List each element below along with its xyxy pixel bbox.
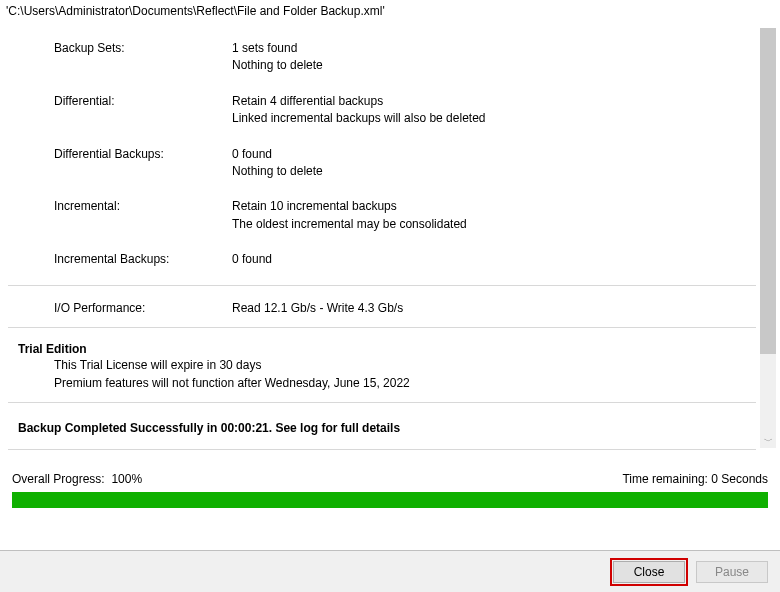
trial-edition-title: Trial Edition bbox=[8, 336, 756, 356]
close-button-highlight: Close bbox=[610, 558, 688, 586]
value-differential-backups-1: 0 found bbox=[232, 146, 756, 163]
overall-progress-label: Overall Progress: 100% bbox=[12, 472, 142, 486]
completion-message: Backup Completed Successfully in 00:00:2… bbox=[8, 411, 756, 445]
scrollbar-down-arrow[interactable]: ﹀ bbox=[760, 434, 776, 448]
value-differential-1: Retain 4 differential backups bbox=[232, 93, 756, 110]
value-io-performance: Read 12.1 Gb/s - Write 4.3 Gb/s bbox=[232, 300, 756, 317]
label-incremental: Incremental: bbox=[8, 198, 232, 233]
time-remaining-label: Time remaining: 0 Seconds bbox=[622, 472, 768, 486]
row-differential: Differential: Retain 4 differential back… bbox=[8, 91, 756, 130]
label-differential-backups: Differential Backups: bbox=[8, 146, 232, 181]
scrollbar-thumb[interactable] bbox=[760, 28, 776, 354]
overall-progress-value: 100% bbox=[111, 472, 142, 486]
divider bbox=[8, 402, 756, 403]
progress-bar bbox=[12, 492, 768, 508]
row-backup-sets: Backup Sets: 1 sets found Nothing to del… bbox=[8, 38, 756, 77]
value-incremental-backups-1: 0 found bbox=[232, 251, 756, 268]
dialog-footer: Close Pause bbox=[0, 550, 780, 592]
value-backup-sets-1: 1 sets found bbox=[232, 40, 756, 57]
trial-expiry-line: This Trial License will expire in 30 day… bbox=[8, 356, 756, 374]
row-differential-backups: Differential Backups: 0 found Nothing to… bbox=[8, 144, 756, 183]
divider bbox=[8, 285, 756, 286]
value-differential-2: Linked incremental backups will also be … bbox=[232, 110, 756, 127]
close-button[interactable]: Close bbox=[613, 561, 685, 583]
vertical-scrollbar[interactable]: ﹀ bbox=[760, 28, 776, 448]
value-incremental-1: Retain 10 incremental backups bbox=[232, 198, 756, 215]
label-incremental-backups: Incremental Backups: bbox=[8, 251, 232, 268]
value-differential-backups-2: Nothing to delete bbox=[232, 163, 756, 180]
label-differential: Differential: bbox=[8, 93, 232, 128]
divider bbox=[8, 449, 756, 450]
row-incremental-backups: Incremental Backups: 0 found bbox=[8, 249, 756, 270]
trial-premium-line: Premium features will not function after… bbox=[8, 374, 756, 392]
row-io-performance: I/O Performance: Read 12.1 Gb/s - Write … bbox=[8, 298, 756, 319]
divider bbox=[8, 327, 756, 328]
label-io-performance: I/O Performance: bbox=[8, 300, 232, 317]
row-incremental: Incremental: Retain 10 incremental backu… bbox=[8, 196, 756, 235]
label-backup-sets: Backup Sets: bbox=[8, 40, 232, 75]
value-backup-sets-2: Nothing to delete bbox=[232, 57, 756, 74]
value-incremental-2: The oldest incremental may be consolidat… bbox=[232, 216, 756, 233]
file-path: 'C:\Users\Administrator\Documents\Reflec… bbox=[0, 0, 780, 22]
log-scroll-area: Backup Sets: 1 sets found Nothing to del… bbox=[0, 22, 780, 462]
pause-button: Pause bbox=[696, 561, 768, 583]
progress-section: Overall Progress: 100% Time remaining: 0… bbox=[0, 462, 780, 508]
